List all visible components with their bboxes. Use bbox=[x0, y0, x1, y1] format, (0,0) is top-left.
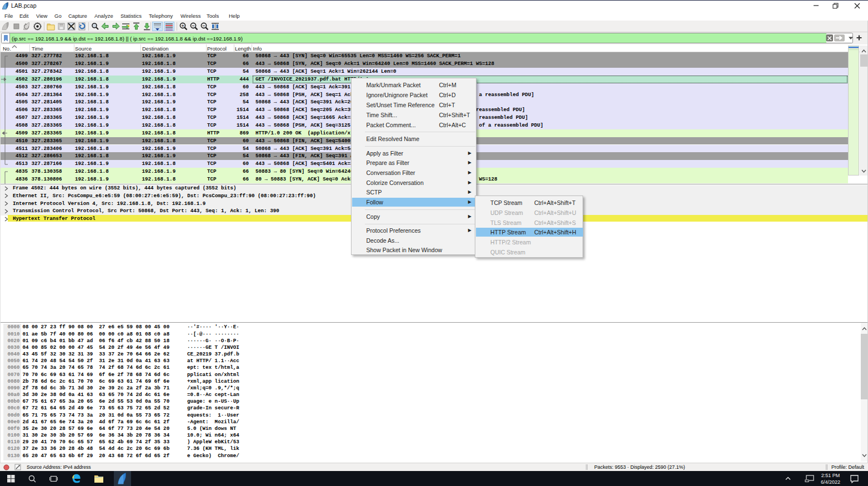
svg-text:−: − bbox=[203, 23, 205, 28]
svg-text:+: + bbox=[182, 23, 184, 28]
svg-text:−: − bbox=[192, 23, 195, 28]
